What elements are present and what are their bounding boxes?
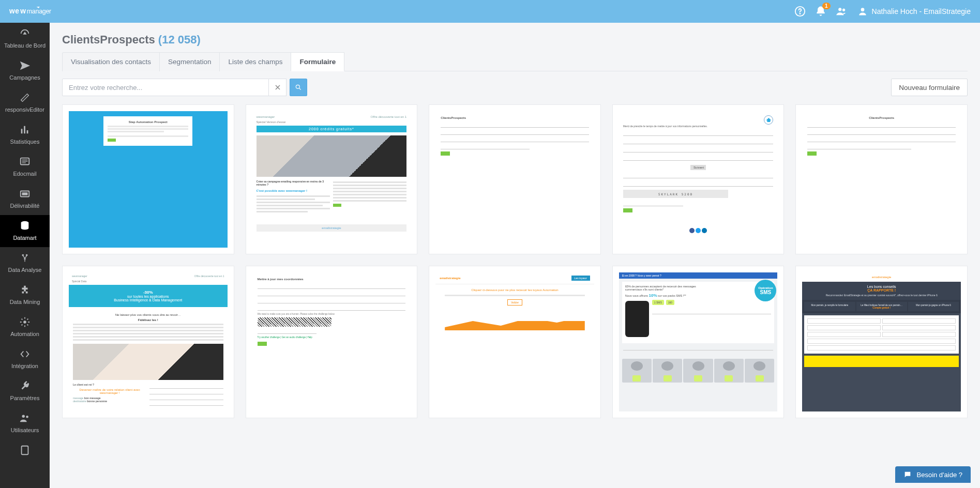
svg-point-5 xyxy=(799,13,800,14)
svg-point-20 xyxy=(296,85,299,88)
form-card[interactable]: Step Automation Prospect xyxy=(62,104,234,254)
svg-point-13 xyxy=(22,254,24,256)
new-form-button[interactable]: Nouveau formulaire xyxy=(891,79,968,96)
svg-point-18 xyxy=(26,416,28,418)
svg-text:w: w xyxy=(9,7,15,15)
sidebar-item-campaigns[interactable]: Campagnes xyxy=(0,55,50,87)
main-content: ClientsProspects (12 058) Visualisation … xyxy=(50,23,980,439)
form-thumbnail: Merci de prendre le temps de mettre à jo… xyxy=(619,111,778,248)
form-card[interactable]: wewmanagerOffre découverte tout en 1 Spé… xyxy=(246,104,418,254)
svg-point-6 xyxy=(838,8,841,11)
sidebar-item-stats[interactable]: Statistiques xyxy=(0,119,50,151)
form-card[interactable]: wewmanagerOffre découverte tout en 1 Spé… xyxy=(62,266,234,418)
form-thumbnail: Step Automation Prospect xyxy=(69,111,228,248)
form-grid: Step Automation Prospect wewmanagerOffre… xyxy=(62,104,968,418)
sidebar-item-editor[interactable]: responsivEditor xyxy=(0,87,50,119)
notifications-icon[interactable]: 1 xyxy=(812,3,830,20)
tab-form[interactable]: Formulaire xyxy=(291,52,344,71)
form-card[interactable]: Merci de prendre le temps de mettre à jo… xyxy=(612,104,785,254)
svg-point-16 xyxy=(23,321,26,324)
svg-text:e: e xyxy=(15,7,19,15)
form-card[interactable]: Mettre à jour mes coordonnées We need to… xyxy=(246,266,418,418)
sidebar-item-dashboard[interactable]: Tableau de Bord xyxy=(0,23,50,55)
svg-text:manager: manager xyxy=(27,8,51,15)
form-thumbnail: ClientsProspects xyxy=(802,111,961,158)
svg-point-14 xyxy=(26,254,28,256)
form-thumbnail: wewmanagerOffre découverte tout en 1 Spé… xyxy=(69,272,228,411)
form-card[interactable]: ClientsProspects xyxy=(795,104,968,254)
team-icon[interactable] xyxy=(833,3,850,20)
svg-point-7 xyxy=(842,9,845,11)
sidebar-item-edocmail[interactable]: Edocmail xyxy=(0,151,50,183)
form-card[interactable]: Et en 2008 ? Vous y avez pensé ? Opérati… xyxy=(612,266,785,418)
sidebar-item-analyse[interactable]: Data Analyse xyxy=(0,247,50,279)
tabs: Visualisation des contacts Segmentation … xyxy=(62,52,968,71)
form-thumbnail: emailstrategieLes tuyaux Cliquez ci-dess… xyxy=(435,272,594,340)
clear-search-button[interactable] xyxy=(269,79,287,96)
sidebar-item-users[interactable]: Utilisateurs xyxy=(0,407,50,439)
topbar: wewmanager 1 Nathalie Hoch - EmailStrate… xyxy=(0,0,980,23)
form-card[interactable]: ClientsProspects xyxy=(429,104,601,254)
svg-point-17 xyxy=(22,415,25,418)
form-thumbnail: Et en 2008 ? Vous y avez pensé ? Opérati… xyxy=(619,272,778,411)
sidebar: Tableau de Bord Campagnes responsivEdito… xyxy=(0,23,50,439)
tab-segmentation[interactable]: Segmentation xyxy=(159,52,220,71)
svg-rect-11 xyxy=(22,192,28,195)
form-thumbnail: emailstrategie Les bons conseils ÇA RAPP… xyxy=(802,272,961,411)
page-title: ClientsProspects (12 058) xyxy=(62,33,968,47)
sidebar-item-integration[interactable]: Intégration xyxy=(0,343,50,375)
home-icon xyxy=(764,115,773,125)
form-thumbnail: wewmanagerOffre découverte tout en 1 Spé… xyxy=(252,111,411,248)
form-thumbnail: ClientsProspects xyxy=(435,111,594,158)
search-icon xyxy=(295,84,302,91)
help-icon[interactable] xyxy=(791,3,809,20)
sidebar-item-datamart[interactable]: Datamart xyxy=(0,215,50,247)
notification-badge: 1 xyxy=(822,3,831,9)
sidebar-item-mining[interactable]: Data Mining xyxy=(0,279,50,311)
app-logo[interactable]: wewmanager xyxy=(9,6,68,17)
sidebar-item-automation[interactable]: Automation xyxy=(0,311,50,343)
form-thumbnail: Mettre à jour mes coordonnées We need to… xyxy=(252,272,411,350)
user-name: Nathalie Hoch - EmailStrategie xyxy=(872,7,971,16)
svg-point-8 xyxy=(861,8,864,11)
sidebar-item-deliverability[interactable]: Délivrabilité xyxy=(0,183,50,215)
svg-text:w: w xyxy=(20,7,26,15)
form-card[interactable]: emailstrategie Les bons conseils ÇA RAPP… xyxy=(795,266,968,418)
toolbar: Nouveau formulaire xyxy=(62,79,968,96)
search-input[interactable] xyxy=(62,79,269,96)
sidebar-item-settings[interactable]: Paramètres xyxy=(0,375,50,407)
user-menu[interactable]: Nathalie Hoch - EmailStrategie xyxy=(857,6,971,17)
search-button[interactable] xyxy=(290,79,307,96)
close-icon xyxy=(275,84,281,90)
form-card[interactable]: emailstrategieLes tuyaux Cliquez ci-dess… xyxy=(429,266,601,418)
tab-contacts[interactable]: Visualisation des contacts xyxy=(62,52,160,71)
tab-fields[interactable]: Liste des champs xyxy=(219,52,291,71)
